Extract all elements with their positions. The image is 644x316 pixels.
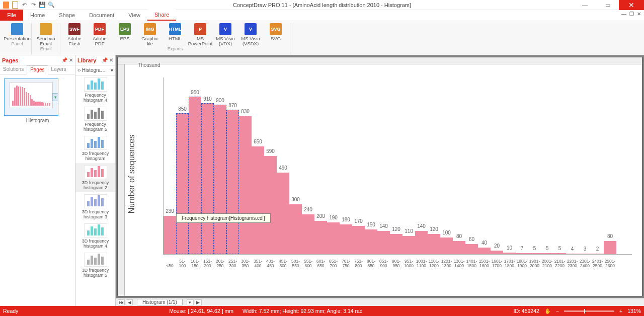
tab-share[interactable]: Share bbox=[147, 10, 176, 21]
chart-bar[interactable]: 52001-2100 bbox=[541, 253, 553, 254]
chart-bar[interactable]: 230<50 bbox=[164, 216, 176, 254]
library-selector[interactable]: ‹ › Histogra… ▾ bbox=[75, 65, 115, 75]
chart-bar[interactable]: 300501-550 bbox=[289, 204, 302, 254]
ribbon-btn-svg[interactable]: SVGSVG bbox=[265, 23, 287, 46]
chart-bar[interactable]: 170751-800 bbox=[352, 226, 365, 254]
sheet-tab-active[interactable]: Histogram (1/1) bbox=[137, 299, 183, 305]
library-dropdown-icon[interactable]: ▾ bbox=[111, 67, 113, 73]
chart-bar[interactable]: 900201-250 bbox=[214, 105, 226, 254]
ribbon-btn-adobe-flash[interactable]: SWFAdobe Flash bbox=[63, 23, 86, 46]
histogram-icon bbox=[84, 77, 107, 92]
app-icon[interactable] bbox=[2, 1, 10, 9]
chart-bar[interactable]: 190651-700 bbox=[327, 222, 340, 254]
save-button[interactable]: 💾 bbox=[38, 1, 46, 9]
ribbon-btn-presentation[interactable]: Presentation bbox=[6, 23, 28, 41]
ribbon-btn-html[interactable]: HTMLHTML bbox=[164, 23, 186, 46]
chart-bar[interactable]: 950101-150 bbox=[189, 97, 201, 255]
chart-bar[interactable]: 1401001-1100 bbox=[415, 231, 428, 254]
vertical-ruler[interactable] bbox=[118, 64, 125, 296]
chart-bar[interactable]: 490451-500 bbox=[277, 173, 289, 254]
chart-bar[interactable]: 240551-600 bbox=[302, 214, 314, 254]
chart-bar[interactable]: 401501-1600 bbox=[478, 248, 491, 254]
chart-bar[interactable]: 870251-300 bbox=[226, 110, 239, 254]
chart-x-tick-label: 751-800 bbox=[352, 259, 365, 268]
zoom-in-button[interactable]: + bbox=[619, 308, 622, 314]
library-item[interactable]: 3D frequency histogram 2 bbox=[75, 163, 115, 192]
chart-bar[interactable]: 120901-950 bbox=[390, 234, 403, 254]
histogram-chart[interactable]: Thousand Number of sequences 230<5085051… bbox=[133, 72, 632, 276]
sheet-prev-button[interactable]: ◀ bbox=[126, 299, 133, 305]
sheet-dropdown-button[interactable]: ▾ bbox=[187, 299, 194, 305]
horizontal-ruler[interactable] bbox=[118, 57, 642, 64]
chart-bar[interactable]: 830301-350 bbox=[239, 116, 252, 254]
pages-subtab-solutions[interactable]: Solutions bbox=[0, 65, 27, 74]
ribbon-btn-ms-visio-vsdx-[interactable]: VMS Visio (VSDX) bbox=[239, 23, 262, 46]
tab-home[interactable]: Home bbox=[23, 10, 52, 21]
chart-bar[interactable]: 650351-400 bbox=[252, 146, 264, 255]
maximize-button[interactable]: ▭ bbox=[596, 0, 619, 10]
chart-bar[interactable]: 200601-650 bbox=[314, 221, 327, 254]
library-item[interactable]: 3D frequency histogram 3 bbox=[75, 192, 115, 221]
thumb-dropdown-icon[interactable]: ▾ bbox=[52, 93, 58, 101]
preview-button[interactable]: 🔍 bbox=[47, 1, 55, 9]
chart-bar[interactable]: 110951-1000 bbox=[403, 236, 415, 254]
chart-bar[interactable]: 201601-1700 bbox=[491, 251, 503, 254]
chart-bar[interactable]: 42201-2300 bbox=[566, 254, 579, 254]
tab-document[interactable]: Document bbox=[82, 10, 121, 21]
ribbon-btn-ms-visio-vdx-[interactable]: VMS Visio (VDX) bbox=[214, 23, 236, 46]
chart-bar[interactable]: 1001201-1300 bbox=[440, 238, 453, 254]
library-item[interactable]: 3D frequency histogram 5 bbox=[75, 251, 115, 280]
close-button[interactable]: ✕ bbox=[619, 0, 644, 10]
zoom-out-button[interactable]: − bbox=[556, 308, 559, 314]
drawing-paper[interactable]: Thousand Number of sequences 230<5085051… bbox=[118, 57, 642, 296]
library-item[interactable]: 3D frequency histogram bbox=[75, 134, 115, 163]
library-list[interactable]: Frequency histogram 4Frequency histogram… bbox=[75, 75, 115, 306]
chart-bar[interactable]: 85051-100 bbox=[176, 113, 189, 255]
chart-bar-value-label: 100 bbox=[442, 230, 451, 235]
chart-bar[interactable]: 910151-200 bbox=[201, 103, 214, 254]
zoom-slider[interactable] bbox=[564, 310, 614, 312]
chart-bar[interactable]: 590401-450 bbox=[264, 156, 277, 254]
chart-bar[interactable]: 101701-1800 bbox=[503, 253, 516, 254]
chart-bar[interactable]: 802501-2600 bbox=[604, 241, 616, 254]
chart-bar[interactable]: 22401-2500 bbox=[591, 254, 604, 254]
chart-bar[interactable]: 1201101-1200 bbox=[428, 234, 440, 254]
sheet-first-button[interactable]: ⏮ bbox=[118, 299, 125, 305]
chart-bar[interactable]: 180701-750 bbox=[340, 224, 352, 254]
tab-file[interactable]: File bbox=[0, 10, 23, 21]
child-restore-button[interactable]: ❐ bbox=[629, 11, 634, 17]
hand-tool-icon[interactable]: ✋ bbox=[544, 308, 551, 314]
chart-bar[interactable]: 801301-1400 bbox=[453, 241, 465, 254]
minimize-button[interactable]: — bbox=[574, 0, 596, 10]
chart-bar[interactable]: 51901-2000 bbox=[528, 253, 541, 254]
ribbon-btn-eps[interactable]: EPSEPS bbox=[114, 23, 136, 46]
library-item[interactable]: Frequency histogram 4 bbox=[75, 75, 115, 105]
ribbon-btn-send-via-email[interactable]: Send viaEmail bbox=[35, 23, 57, 46]
tab-shape[interactable]: Shape bbox=[52, 10, 82, 21]
chart-bar[interactable]: 32301-2400 bbox=[579, 254, 591, 254]
child-minimize-button[interactable]: — bbox=[621, 11, 626, 17]
library-item-label: 3D frequency histogram 5 bbox=[76, 268, 114, 278]
redo-button[interactable]: ↷ bbox=[29, 1, 37, 9]
pages-pane-tools[interactable]: 📌 ✕ bbox=[61, 57, 73, 63]
undo-button[interactable]: ↶ bbox=[20, 1, 28, 9]
library-pane-tools[interactable]: 📌 ✕ bbox=[102, 57, 113, 63]
sheet-next-button[interactable]: ▶ bbox=[195, 299, 202, 305]
chart-bar[interactable]: 140851-900 bbox=[377, 231, 390, 254]
page-thumb-histogram[interactable]: ▾ bbox=[4, 78, 58, 116]
zoom-level[interactable]: 131% bbox=[627, 308, 641, 314]
new-doc-button[interactable] bbox=[11, 1, 19, 9]
ribbon-btn-graphic-file[interactable]: IMGGraphic file bbox=[139, 23, 161, 46]
chart-bar[interactable]: 150801-850 bbox=[365, 229, 377, 255]
ribbon-btn-ms-powerpoint[interactable]: PMS PowerPoint bbox=[189, 23, 211, 46]
library-item[interactable]: Frequency histogram 5 bbox=[75, 105, 115, 134]
ribbon-btn-adobe-pdf[interactable]: PDFAdobe PDF bbox=[89, 23, 111, 46]
library-item[interactable]: 3D frequency histogram 4 bbox=[75, 221, 115, 251]
pages-subtab-layers[interactable]: Layers bbox=[48, 65, 69, 74]
child-close-button[interactable]: ✕ bbox=[637, 11, 641, 17]
chart-bar[interactable]: 601401-1500 bbox=[465, 244, 478, 254]
tab-view[interactable]: View bbox=[121, 10, 147, 21]
chart-bar[interactable]: 71801-1900 bbox=[516, 253, 528, 254]
pages-subtab-pages[interactable]: Pages bbox=[27, 65, 48, 74]
chart-bar[interactable]: 52101-2200 bbox=[553, 253, 566, 254]
